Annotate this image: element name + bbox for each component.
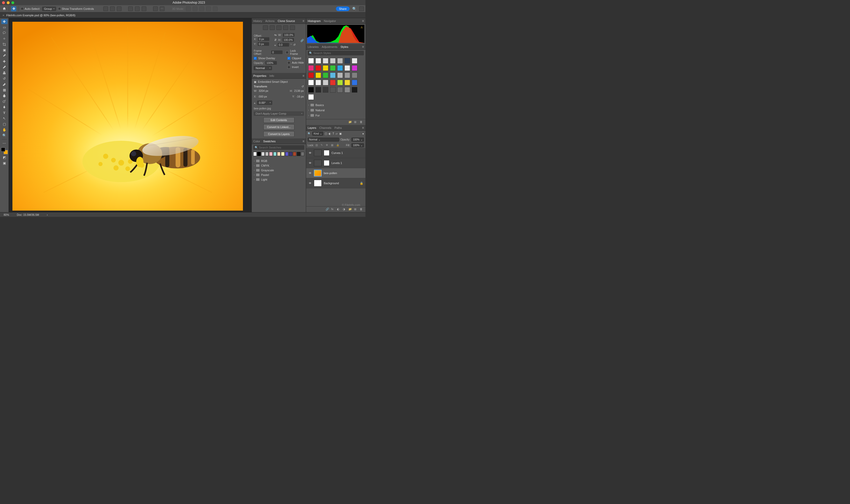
visibility-toggle-icon[interactable]: 👁 bbox=[308, 151, 312, 155]
style-swatch[interactable] bbox=[308, 87, 314, 93]
swatch-item[interactable] bbox=[261, 152, 265, 156]
lock-position-icon[interactable]: ✥ bbox=[326, 144, 329, 147]
workspace-switcher-icon[interactable] bbox=[359, 6, 364, 11]
close-tab-icon[interactable]: × bbox=[3, 14, 4, 17]
style-folder-row[interactable]: ›Natural bbox=[308, 108, 363, 113]
style-swatch[interactable] bbox=[308, 65, 314, 71]
filter-icon[interactable]: 🔍 bbox=[308, 132, 311, 135]
warning-icon[interactable]: ⚠ bbox=[361, 26, 363, 29]
reset-transform-icon[interactable]: ↺ bbox=[301, 85, 304, 88]
style-swatch[interactable] bbox=[337, 72, 343, 78]
align-left-icon[interactable] bbox=[103, 6, 108, 11]
style-swatch[interactable] bbox=[308, 80, 314, 85]
clone-source-5-icon[interactable] bbox=[290, 25, 295, 30]
panel-menu-icon[interactable]: ≡ bbox=[302, 140, 304, 143]
style-swatch[interactable] bbox=[330, 80, 336, 85]
swatch-item[interactable] bbox=[269, 152, 273, 156]
clone-source-2-icon[interactable] bbox=[270, 25, 275, 30]
layer-thumbnail[interactable] bbox=[314, 180, 322, 186]
move-tool-icon[interactable]: ✥ bbox=[1, 19, 7, 24]
swatch-item[interactable] bbox=[289, 152, 292, 156]
shape-tool-icon[interactable]: ▢ bbox=[1, 122, 7, 127]
tab-layers[interactable]: Layers bbox=[308, 126, 316, 129]
tab-clone-source[interactable]: Clone Source bbox=[278, 19, 295, 22]
swatch-item[interactable] bbox=[285, 152, 289, 156]
gradient-tool-icon[interactable]: ▦ bbox=[1, 87, 7, 92]
layer-comp-dropdown[interactable]: Don't Apply Layer Comp bbox=[254, 111, 304, 116]
swatch-item[interactable] bbox=[301, 152, 304, 156]
layer-thumbnail[interactable] bbox=[314, 149, 322, 156]
tab-styles[interactable]: Styles bbox=[341, 45, 348, 48]
style-swatch[interactable] bbox=[352, 80, 358, 85]
new-layer-icon[interactable]: ⊞ bbox=[354, 208, 358, 211]
layer-row[interactable]: 👁Background🔒 bbox=[306, 178, 365, 188]
swatches-search-input[interactable] bbox=[253, 145, 304, 150]
style-swatch[interactable] bbox=[308, 72, 314, 78]
lock-artboard-icon[interactable]: ▦ bbox=[331, 144, 335, 147]
style-swatch[interactable] bbox=[315, 72, 321, 78]
frame-offset-value[interactable]: 0 bbox=[271, 51, 282, 54]
style-swatch[interactable] bbox=[308, 58, 314, 64]
align-middle-icon[interactable] bbox=[135, 6, 140, 11]
lasso-tool-icon[interactable] bbox=[1, 31, 7, 35]
move-tool-icon[interactable]: ✥ bbox=[11, 6, 16, 12]
fullscreen-window-icon[interactable] bbox=[12, 1, 14, 4]
auto-select-checkbox[interactable]: Auto-Select: bbox=[21, 7, 40, 10]
style-swatch[interactable] bbox=[352, 87, 358, 93]
lock-transparency-icon[interactable]: ▨ bbox=[315, 144, 319, 147]
pen-tool-icon[interactable] bbox=[1, 105, 7, 109]
transform-w-value[interactable]: 3204 px bbox=[259, 89, 268, 92]
overlay-opacity-value[interactable]: 100% bbox=[265, 61, 277, 65]
tab-paths[interactable]: Paths bbox=[335, 126, 342, 129]
tab-adjustments[interactable]: Adjustments bbox=[322, 45, 337, 48]
layer-style-icon[interactable]: fx bbox=[331, 208, 335, 211]
style-swatch[interactable] bbox=[345, 65, 350, 71]
lock-all-icon[interactable]: 🔒 bbox=[336, 144, 340, 147]
color-swatches[interactable] bbox=[1, 147, 8, 154]
filter-kind-dropdown[interactable]: Kind⌄ bbox=[312, 132, 323, 136]
flip-v-icon[interactable]: ⇵ bbox=[274, 38, 277, 41]
zoom-tool-icon[interactable]: 🔍 bbox=[1, 133, 7, 138]
align-center-h-icon[interactable] bbox=[110, 6, 115, 11]
blur-tool-icon[interactable] bbox=[1, 93, 7, 98]
brush-tool-icon[interactable] bbox=[1, 65, 7, 70]
type-tool-icon[interactable]: T bbox=[1, 110, 7, 115]
overlay-blend-dropdown[interactable]: Normal bbox=[254, 66, 272, 70]
angle-value[interactable]: 0.0 bbox=[278, 43, 289, 47]
more-options-icon[interactable]: ⋯ bbox=[160, 6, 164, 11]
auto-hide-checkbox[interactable] bbox=[288, 61, 290, 64]
new-folder-icon[interactable]: 📁 bbox=[348, 120, 352, 124]
style-swatch[interactable] bbox=[330, 87, 336, 93]
layer-mask-icon[interactable]: ◐ bbox=[337, 208, 341, 211]
style-swatch[interactable] bbox=[323, 80, 328, 85]
checkbox-icon[interactable] bbox=[58, 7, 61, 10]
clipped-checkbox[interactable] bbox=[288, 57, 290, 60]
crop-tool-icon[interactable] bbox=[1, 42, 7, 47]
distribute-icon[interactable] bbox=[153, 6, 158, 11]
visibility-toggle-icon[interactable]: 👁 bbox=[308, 182, 312, 185]
style-swatch[interactable] bbox=[323, 72, 328, 78]
transform-angle-dropdown[interactable]: 0.00° bbox=[257, 101, 272, 105]
styles-search-input[interactable] bbox=[308, 51, 364, 55]
clone-source-1-icon[interactable] bbox=[263, 25, 268, 30]
doc-info[interactable]: Doc: 15.5M/36.5M bbox=[17, 213, 39, 216]
show-overlay-checkbox[interactable] bbox=[254, 57, 257, 60]
style-swatch[interactable] bbox=[315, 65, 321, 71]
invert-checkbox[interactable] bbox=[288, 66, 290, 69]
panel-menu-icon[interactable]: ≡ bbox=[362, 45, 364, 49]
visibility-toggle-icon[interactable]: 👁 bbox=[308, 161, 312, 165]
flip-h-icon[interactable]: ⇋ bbox=[274, 33, 277, 36]
swatch-item[interactable] bbox=[273, 152, 277, 156]
zoom-level[interactable]: 80% bbox=[4, 213, 9, 216]
swatch-folder-row[interactable]: ›Pastel bbox=[254, 173, 304, 177]
style-swatch[interactable] bbox=[352, 58, 358, 64]
swatch-folder-row[interactable]: ›RGB bbox=[254, 159, 304, 163]
swatch-folder-row[interactable]: ›CMYK bbox=[254, 163, 304, 168]
quick-mask-icon[interactable]: ◩ bbox=[1, 155, 7, 160]
checkbox-icon[interactable] bbox=[21, 7, 23, 10]
style-swatch[interactable] bbox=[323, 65, 328, 71]
reset-icon[interactable]: ↺ bbox=[293, 43, 295, 46]
style-swatch[interactable] bbox=[337, 87, 343, 93]
layer-thumbnail[interactable] bbox=[314, 170, 322, 177]
tab-properties[interactable]: Properties bbox=[253, 74, 266, 77]
